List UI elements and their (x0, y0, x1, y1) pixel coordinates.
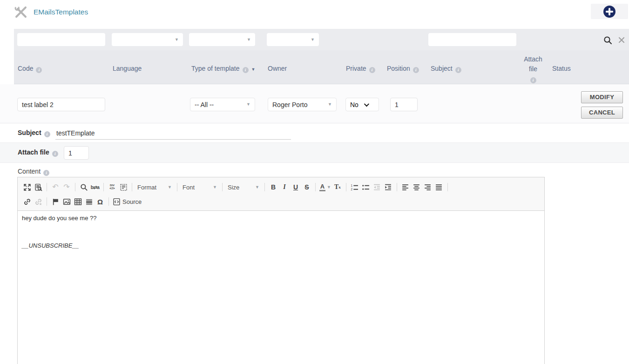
strikethrough-icon[interactable]: S (301, 182, 312, 193)
toolbar-separator (346, 183, 346, 191)
toolbar-separator (222, 183, 223, 191)
source-button[interactable]: Source (112, 196, 142, 207)
emails-templates-page: EMailsTemplates ▼ ▼ ▼ (0, 0, 629, 364)
chevron-down-icon: ▼ (328, 102, 332, 107)
editor-toolbar-row-2: Ω Source (21, 195, 541, 209)
owner-dropdown[interactable]: Roger Porto ▼ (268, 98, 337, 111)
info-icon: i (413, 67, 419, 73)
align-center-icon[interactable] (411, 182, 422, 193)
editor-unsubscribe-token: __UNSUBSCRIBE__ (22, 242, 540, 249)
align-justify-icon[interactable] (433, 182, 445, 193)
info-icon: i (455, 67, 461, 73)
preview-icon[interactable] (33, 182, 44, 193)
subject-field-row: Subjecti (0, 123, 629, 143)
toolbar-separator (132, 183, 132, 191)
position-input[interactable] (390, 98, 418, 111)
numbered-list-icon[interactable]: 1 2 (349, 182, 360, 193)
anchor-flag-icon[interactable] (50, 196, 61, 207)
redo-icon[interactable]: ↷ (61, 182, 72, 193)
filter-owner-dropdown[interactable]: ▼ (267, 33, 319, 46)
align-left-icon[interactable] (400, 182, 411, 193)
undo-icon[interactable]: ↶ (50, 182, 61, 193)
toolbar-separator (447, 183, 448, 191)
size-dropdown[interactable]: Size▼ (225, 182, 262, 193)
maximize-icon[interactable] (21, 182, 33, 193)
font-dropdown[interactable]: Font▼ (180, 182, 219, 193)
toolbar-separator (264, 183, 265, 191)
info-icon: i (369, 67, 375, 73)
replace-icon[interactable]: b⇄a (89, 182, 101, 193)
toolbar-separator (47, 183, 47, 191)
owner-value: Roger Porto (272, 101, 307, 108)
text-color-icon[interactable]: A ▼ (318, 182, 332, 193)
unlink-icon[interactable] (33, 196, 44, 207)
editor-toolbar-row-1: ↶ ↷ b⇄a DIV </> (21, 180, 541, 195)
align-right-icon[interactable] (422, 182, 433, 193)
type-of-template-dropdown[interactable]: -- All -- ▼ (190, 98, 255, 111)
modify-button[interactable]: MODIFY (581, 91, 623, 103)
private-select[interactable]: No (345, 98, 379, 111)
increase-indent-icon[interactable] (383, 182, 394, 193)
content-label: Contenti (18, 168, 49, 176)
search-icon (603, 36, 612, 45)
toolbar-separator (103, 183, 104, 191)
column-header-row: Codei Language Type of templatei▼ Owner … (14, 50, 629, 84)
rich-text-editor: ↶ ↷ b⇄a DIV </> (17, 177, 545, 364)
underline-icon[interactable]: U (290, 182, 301, 193)
source-icon (113, 198, 121, 206)
info-icon: i (243, 67, 249, 73)
column-type-of-template: Type of templatei▼ (191, 65, 255, 73)
chevron-down-icon: ▼ (168, 185, 172, 189)
bold-icon[interactable]: B (268, 182, 279, 193)
chevron-down-icon: ▼ (175, 38, 179, 42)
editor-content-area[interactable]: hey dude do you see me ?? __UNSUBSCRIBE_… (18, 211, 544, 364)
toolbar-separator (397, 183, 397, 191)
column-subject: Subjecti (431, 65, 461, 73)
column-attach-file: Attach file i (519, 54, 547, 84)
clear-filters-button[interactable] (616, 35, 627, 45)
plus-icon (603, 6, 615, 18)
italic-icon[interactable]: I (279, 182, 290, 193)
bulleted-list-icon[interactable] (360, 182, 372, 193)
info-icon: i (44, 131, 50, 137)
app-header: EMailsTemplates (0, 0, 629, 29)
chevron-down-icon: ▼ (311, 38, 315, 42)
attach-file-field-row: Attach filei (0, 143, 629, 163)
filter-type-dropdown[interactable]: ▼ (189, 33, 255, 46)
search-button[interactable] (602, 35, 613, 45)
link-icon[interactable] (21, 196, 33, 207)
cancel-button[interactable]: CANCEL (581, 107, 623, 119)
horizontal-line-icon[interactable] (83, 196, 95, 207)
show-blocks-icon[interactable] (118, 182, 129, 193)
editor-toolbar: ↶ ↷ b⇄a DIV </> (18, 177, 544, 211)
format-dropdown[interactable]: Format▼ (135, 182, 174, 193)
close-icon (618, 37, 625, 43)
tools-icon (14, 6, 27, 19)
toolbar-separator (108, 197, 109, 206)
image-icon[interactable] (61, 196, 72, 207)
create-div-icon[interactable]: DIV </> (107, 182, 118, 193)
code-input[interactable] (17, 98, 105, 111)
special-character-icon[interactable]: Ω (95, 196, 106, 207)
chevron-down-icon: ▼ (213, 185, 217, 189)
filter-subject-input[interactable] (428, 33, 516, 46)
find-icon[interactable] (78, 182, 89, 193)
filter-language-dropdown[interactable]: ▼ (112, 33, 183, 46)
remove-format-icon[interactable]: Tx (332, 182, 343, 193)
template-edit-row: -- All -- ▼ Roger Porto ▼ No MODIFY CANC… (0, 84, 629, 123)
chevron-down-icon: ▼ (255, 185, 259, 189)
editor-paragraph: hey dude do you see me ?? (22, 215, 540, 222)
attach-file-label: Attach filei (18, 148, 58, 157)
attach-file-input[interactable] (64, 146, 89, 160)
page-title: EMailsTemplates (34, 8, 88, 16)
subject-input[interactable] (55, 127, 291, 140)
info-icon: i (43, 170, 49, 176)
chevron-down-icon[interactable]: ▼ (251, 67, 256, 72)
add-template-button[interactable] (591, 4, 628, 19)
private-value: No (350, 101, 358, 108)
filter-code-input[interactable] (17, 33, 105, 46)
column-private: Privatei (346, 65, 375, 73)
table-icon[interactable] (72, 196, 83, 207)
column-status: Status (552, 65, 571, 72)
decrease-indent-icon[interactable] (372, 182, 383, 193)
